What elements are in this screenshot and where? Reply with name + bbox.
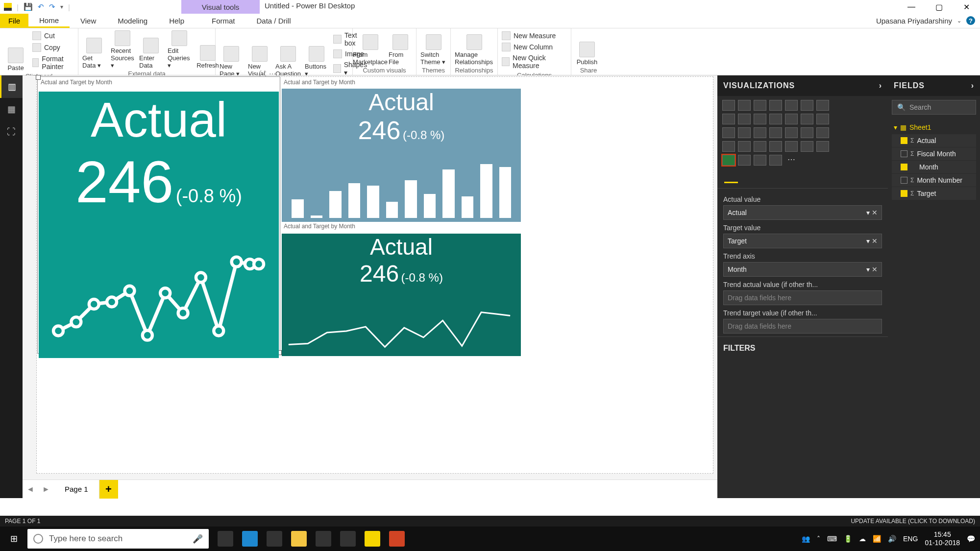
field-item[interactable]: ΣMonth Number xyxy=(892,174,976,187)
recent-sources-button[interactable]: Recent Sources ▾ xyxy=(111,30,134,69)
well-field[interactable]: Month▾ ✕ xyxy=(723,262,882,277)
kpi-visual-3[interactable]: Actual and Target by Month Actual 246 (-… xyxy=(282,222,521,352)
analytics-well-tab[interactable] xyxy=(777,172,791,183)
map-icon[interactable] xyxy=(769,127,782,138)
custom-visual-3-icon[interactable] xyxy=(754,155,766,166)
explorer-icon[interactable] xyxy=(291,531,307,547)
line-clustered-column-icon[interactable] xyxy=(769,114,782,124)
user-chevron-icon[interactable]: ⌄ xyxy=(957,18,961,24)
get-data-button[interactable]: Get Data ▾ xyxy=(82,30,106,69)
area-chart-icon[interactable] xyxy=(722,114,735,124)
donut-chart-icon[interactable] xyxy=(738,127,751,138)
line-chart-icon[interactable] xyxy=(816,100,829,111)
kpi-visual-1[interactable]: ⛶⋯ Actual and Target by Month Actual 246… xyxy=(39,78,279,352)
well-field-empty[interactable]: Drag data fields here xyxy=(723,290,882,305)
new-column-button[interactable]: New Column xyxy=(502,42,567,52)
page-next-button[interactable]: ► xyxy=(38,485,54,494)
well-field[interactable]: Actual▾ ✕ xyxy=(723,205,882,220)
minimize-button[interactable]: — xyxy=(898,0,925,14)
paste-button[interactable]: Paste xyxy=(4,30,27,72)
undo-icon[interactable]: ↶ xyxy=(38,2,44,11)
help-icon[interactable]: ? xyxy=(966,16,975,25)
well-field-empty[interactable]: Drag data fields here xyxy=(723,319,882,334)
chrome-icon[interactable] xyxy=(340,531,356,547)
taskbar-search[interactable]: Type here to search 🎤 xyxy=(27,529,209,549)
kpi-visual-2[interactable]: Actual and Target by Month Actual 246 (-… xyxy=(282,78,521,219)
table-node[interactable]: ▾▦Sheet1 xyxy=(892,120,976,134)
field-item[interactable]: ΣTarget xyxy=(892,187,976,200)
from-file-button[interactable]: From File xyxy=(389,30,412,66)
maximize-button[interactable]: ▢ xyxy=(925,0,953,14)
table-icon[interactable] xyxy=(785,141,798,152)
qat-dropdown-icon[interactable]: ▾ xyxy=(60,3,63,10)
mail-icon[interactable] xyxy=(316,531,331,547)
report-canvas[interactable]: ⛶⋯ Actual and Target by Month Actual 246… xyxy=(23,75,717,498)
onedrive-icon[interactable]: ☁ xyxy=(859,535,866,543)
powerbi-taskbar-icon[interactable] xyxy=(365,531,380,547)
stacked-bar-100-icon[interactable] xyxy=(785,100,798,111)
datadrill-tab[interactable]: Data / Drill xyxy=(246,14,302,28)
checkbox[interactable] xyxy=(901,177,907,184)
gauge-icon[interactable] xyxy=(816,127,829,138)
model-view-button[interactable]: ⛶ xyxy=(0,120,23,143)
custom-visual-4-icon[interactable] xyxy=(769,155,782,166)
focus-mode-icon[interactable]: ⛶ xyxy=(259,70,266,78)
start-button[interactable]: ⊞ xyxy=(0,533,27,544)
collapse-icon[interactable]: › xyxy=(971,81,974,90)
ribbon-chart-icon[interactable] xyxy=(785,114,798,124)
tray-chevron-icon[interactable]: ˄ xyxy=(817,535,820,543)
remove-field-icon[interactable]: ✕ xyxy=(872,237,878,245)
keyboard-icon[interactable]: ⌨ xyxy=(827,535,837,543)
fields-search[interactable]: 🔍Search xyxy=(892,100,976,115)
ask-question-button[interactable]: Ask A Question xyxy=(276,30,300,77)
visual-tools-tab[interactable]: Visual tools xyxy=(181,0,260,14)
format-painter-button[interactable]: Format Painter xyxy=(32,54,74,72)
r-visual-icon[interactable] xyxy=(816,141,829,152)
mic-icon[interactable]: 🎤 xyxy=(193,534,203,544)
stacked-area-icon[interactable] xyxy=(738,114,751,124)
checkbox[interactable] xyxy=(901,190,907,197)
close-button[interactable]: ✕ xyxy=(953,0,980,14)
well-field[interactable]: Target▾ ✕ xyxy=(723,234,882,248)
page-tab[interactable]: Page 1 xyxy=(54,480,99,499)
kpi-icon[interactable] xyxy=(754,141,766,152)
card-icon[interactable] xyxy=(722,141,735,152)
waterfall-icon[interactable] xyxy=(801,114,813,124)
slicer-icon[interactable] xyxy=(769,141,782,152)
multi-row-card-icon[interactable] xyxy=(738,141,751,152)
checkbox[interactable] xyxy=(901,164,907,170)
funnel-icon[interactable] xyxy=(801,127,813,138)
new-page-button[interactable]: New Page ▾ xyxy=(220,30,243,77)
from-marketplace-button[interactable]: From Marketplace xyxy=(357,30,384,66)
page-prev-button[interactable]: ◄ xyxy=(23,485,38,494)
collapse-icon[interactable]: › xyxy=(879,81,882,90)
powerpoint-icon[interactable] xyxy=(389,531,405,547)
stacked-column-icon[interactable] xyxy=(738,100,751,111)
language-indicator[interactable]: ENG xyxy=(903,535,918,543)
task-view-icon[interactable] xyxy=(218,531,233,547)
line-stacked-column-icon[interactable] xyxy=(754,114,766,124)
battery-icon[interactable]: 🔋 xyxy=(844,535,852,543)
fields-well-tab[interactable] xyxy=(724,172,738,183)
help-tab[interactable]: Help xyxy=(158,14,195,28)
clustered-bar-icon[interactable] xyxy=(754,100,766,111)
taskbar-clock[interactable]: 15:4501-10-2018 xyxy=(925,530,960,547)
wifi-icon[interactable]: 📶 xyxy=(873,535,881,543)
view-tab[interactable]: View xyxy=(70,14,107,28)
chevron-down-icon[interactable]: ▾ xyxy=(866,265,870,273)
cut-button[interactable]: Cut xyxy=(32,30,74,41)
scatter-icon[interactable] xyxy=(816,114,829,124)
enter-data-button[interactable]: Enter Data xyxy=(139,30,163,69)
more-options-icon[interactable]: ⋯ xyxy=(269,70,276,78)
save-icon[interactable]: 💾 xyxy=(24,2,33,11)
edit-queries-button[interactable]: Edit Queries ▾ xyxy=(168,30,191,69)
field-item[interactable]: Month xyxy=(892,161,976,173)
remove-field-icon[interactable]: ✕ xyxy=(872,209,878,216)
matrix-icon[interactable] xyxy=(801,141,813,152)
data-view-button[interactable]: ▦ xyxy=(0,98,23,120)
new-measure-button[interactable]: New Measure xyxy=(502,30,567,41)
filters-section[interactable]: FILTERS xyxy=(717,336,888,359)
remove-field-icon[interactable]: ✕ xyxy=(872,265,878,273)
copy-button[interactable]: Copy xyxy=(32,42,74,53)
add-page-button[interactable]: + xyxy=(99,480,118,499)
